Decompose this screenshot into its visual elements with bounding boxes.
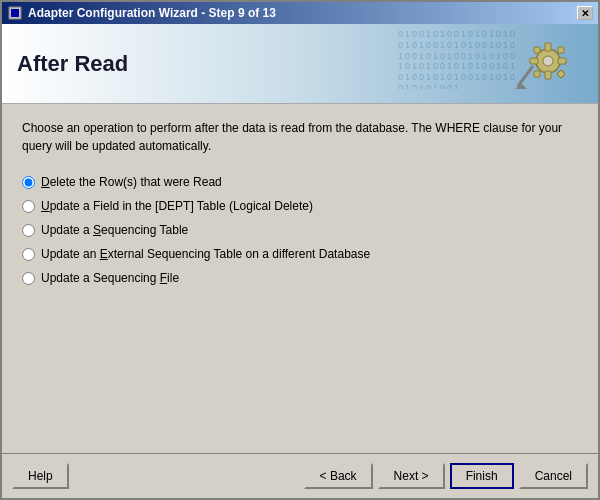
radio-item-update-field[interactable]: Update a Field in the [DEPT] Table (Logi…	[22, 199, 578, 213]
close-button[interactable]: ✕	[577, 6, 593, 20]
radio-label-delete: Delete the Row(s) that were Read	[41, 175, 222, 189]
footer: Help < Back Next > Finish Cancel	[2, 453, 598, 498]
page-title: After Read	[17, 51, 128, 77]
radio-label-update-external: Update an External Sequencing Table on a…	[41, 247, 370, 261]
radio-label-update-file: Update a Sequencing File	[41, 271, 179, 285]
title-bar-title: Adapter Configuration Wizard - Step 9 of…	[28, 6, 276, 20]
title-bar: Adapter Configuration Wizard - Step 9 of…	[2, 2, 598, 24]
svg-rect-1	[11, 9, 19, 17]
description-text: Choose an operation to perform after the…	[22, 119, 578, 155]
svg-rect-6	[530, 58, 538, 64]
radio-item-delete[interactable]: Delete the Row(s) that were Read	[22, 175, 578, 189]
footer-right: < Back Next > Finish Cancel	[304, 463, 588, 489]
radio-item-update-file[interactable]: Update a Sequencing File	[22, 271, 578, 285]
svg-rect-11	[557, 70, 565, 78]
radio-item-update-seq[interactable]: Update a Sequencing Table	[22, 223, 578, 237]
svg-rect-7	[558, 58, 566, 64]
finish-button[interactable]: Finish	[450, 463, 514, 489]
svg-rect-8	[534, 47, 540, 53]
radio-item-update-external[interactable]: Update an External Sequencing Table on a…	[22, 247, 578, 261]
back-button[interactable]: < Back	[304, 463, 373, 489]
banner-decoration: 0100101001010101001010010101001010100101…	[398, 29, 518, 89]
radio-label-update-seq: Update a Sequencing Table	[41, 223, 188, 237]
wizard-icon	[513, 31, 583, 96]
radio-update-external[interactable]	[22, 248, 35, 261]
svg-rect-9	[558, 47, 564, 53]
footer-left: Help	[12, 463, 69, 489]
svg-rect-5	[545, 71, 551, 79]
radio-update-field[interactable]	[22, 200, 35, 213]
wizard-window: Adapter Configuration Wizard - Step 9 of…	[0, 0, 600, 500]
svg-rect-10	[534, 71, 540, 77]
radio-label-update-field: Update a Field in the [DEPT] Table (Logi…	[41, 199, 313, 213]
radio-update-file[interactable]	[22, 272, 35, 285]
window-icon	[7, 5, 23, 21]
gear-icon	[513, 31, 583, 96]
svg-rect-4	[545, 43, 551, 51]
title-bar-left: Adapter Configuration Wizard - Step 9 of…	[7, 5, 276, 21]
header-banner: After Read 01001010010101010010100101010…	[2, 24, 598, 104]
cancel-button[interactable]: Cancel	[519, 463, 588, 489]
radio-update-seq[interactable]	[22, 224, 35, 237]
help-button[interactable]: Help	[12, 463, 69, 489]
operation-radio-group: Delete the Row(s) that were Read Update …	[22, 175, 578, 285]
svg-point-3	[543, 56, 553, 66]
content-area: Choose an operation to perform after the…	[2, 104, 598, 453]
svg-marker-13	[515, 83, 527, 89]
radio-delete[interactable]	[22, 176, 35, 189]
next-button[interactable]: Next >	[378, 463, 445, 489]
svg-line-12	[518, 66, 533, 86]
